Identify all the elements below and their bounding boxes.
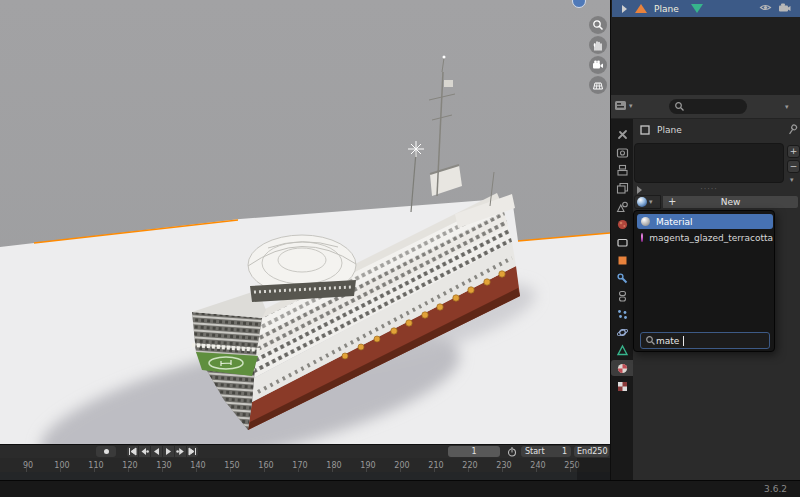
current-frame-value: 1 [471,447,476,456]
chevron-down-icon: ▾ [629,102,633,110]
dropdown-item-label: magenta_glazed_terracotta [649,233,773,243]
start-label: Start [525,447,545,456]
tab-particles[interactable] [611,306,633,322]
pan-hand-icon[interactable] [589,36,607,54]
properties-editor-icon [614,99,627,112]
search-icon [645,335,656,346]
properties-search[interactable] [669,99,747,114]
new-button-label: New [721,197,741,207]
record-dot-icon [104,449,109,454]
tab-constraints[interactable] [611,288,633,304]
perspective-toggle-icon[interactable] [589,76,607,94]
tab-object[interactable] [611,252,633,268]
chevron-down-icon: ▾ [649,198,653,206]
camera-view-icon[interactable] [589,56,607,74]
viewport-scene-svg [0,0,610,444]
remove-slot-button[interactable]: − [787,160,800,173]
breadcrumb: Plane [639,124,682,136]
breadcrumb-object-label[interactable]: Plane [657,125,682,135]
mesh-data-icon [691,4,703,13]
dropdown-search-input[interactable] [656,336,684,346]
tab-view-layer[interactable] [611,180,633,196]
pin-icon[interactable] [787,123,799,137]
tab-collection[interactable] [611,234,633,250]
material-slot-list[interactable] [634,143,784,183]
preview-range-icon[interactable] [505,446,518,457]
render-camera-icon[interactable] [778,2,791,13]
tab-texture[interactable] [611,378,633,394]
material-sphere-icon [637,197,647,207]
outliner-editor: Plane [611,0,800,95]
properties-tab-column [611,119,633,480]
text-cursor [683,336,684,346]
jump-to-start-button[interactable] [127,446,138,457]
frame-end-field[interactable]: End 250 [574,446,609,457]
browse-material-button[interactable]: ▾ [634,195,661,209]
tab-material[interactable] [611,360,633,376]
tab-world[interactable] [611,216,633,232]
material-dropdown: Material magenta_glazed_terracotta [633,210,775,352]
3d-viewport[interactable] [0,0,610,444]
dropdown-item-magenta-glazed-terracotta[interactable]: magenta_glazed_terracotta [637,230,773,245]
end-label: End [577,447,592,456]
zoom-icon[interactable] [589,16,607,34]
jump-to-end-button[interactable] [187,446,198,457]
timeline-header: 1 Start 1 End 250 [0,445,610,458]
auto-keying-button[interactable] [96,446,116,457]
slot-specials-chevron-icon[interactable]: ▾ [790,176,794,184]
tab-render[interactable] [611,144,633,160]
timeline-editor: 1 Start 1 End 250 80 90 100 110 120 130 … [0,444,610,480]
material-preview-icon [641,217,650,226]
plus-icon: + [668,197,676,207]
list-resize-grip[interactable]: ····· [634,185,784,194]
properties-editor: ▾ ▾ [611,95,800,480]
current-frame-field[interactable]: 1 [448,446,500,457]
outliner-item-plane[interactable]: Plane [612,0,800,17]
dropdown-search[interactable] [640,332,770,349]
tab-object-data[interactable] [611,342,633,358]
search-icon [674,101,685,112]
end-value: 250 [592,447,607,456]
dropdown-item-label: Material [656,217,693,227]
mesh-object-icon [635,4,647,13]
properties-search-input[interactable] [685,102,743,112]
properties-header: ▾ ▾ [611,95,800,119]
prev-keyframe-button[interactable] [139,446,150,457]
out-of-range-shade [577,458,610,481]
tab-output[interactable] [611,162,633,178]
dropdown-item-material[interactable]: Material [637,214,773,229]
editor-type-button[interactable]: ▾ [614,99,633,112]
tab-modifiers[interactable] [611,270,633,286]
play-button[interactable] [163,446,174,457]
tab-physics[interactable] [611,324,633,340]
version-label: 3.6.2 [764,484,787,494]
start-value: 1 [562,447,567,456]
eye-icon[interactable] [759,2,772,13]
material-preview-icon [641,233,643,242]
tab-tool[interactable] [611,126,633,142]
next-keyframe-button[interactable] [175,446,186,457]
tab-scene[interactable] [611,198,633,214]
transport-controls [127,446,198,457]
outliner-item-label[interactable]: Plane [654,4,679,14]
frame-start-field[interactable]: Start 1 [521,446,571,457]
object-icon [639,124,651,136]
status-bar: 3.6.2 [0,480,800,497]
header-options-chevron-icon[interactable]: ▾ [785,103,789,111]
blender-window: Plane ▾ ▾ [0,0,800,497]
new-material-button[interactable]: + New [662,195,799,209]
play-reverse-button[interactable] [151,446,162,457]
right-panel: Plane ▾ ▾ [610,0,800,480]
expand-arrow-icon[interactable] [622,5,627,13]
add-slot-button[interactable]: + [787,145,800,158]
